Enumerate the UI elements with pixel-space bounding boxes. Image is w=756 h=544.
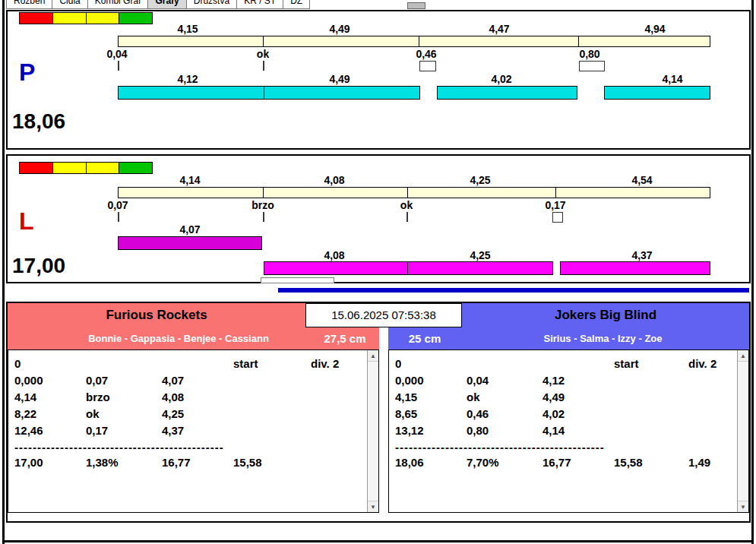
lane-p-panel: P 4,15 4,49 4,47 4,94 0,04 ok 0,46 0,80 …: [6, 10, 751, 150]
start-light-green: [119, 163, 152, 173]
tab-bar: Rozběh Čidla Kombi Graf Grafy Družstva K…: [6, 0, 462, 9]
lane-p-ideal-split-1: 4,15: [161, 24, 214, 35]
col-zero-header: 0: [395, 356, 401, 372]
pass-tick: [118, 61, 119, 71]
table-cell: 0,17: [86, 423, 108, 438]
total-ref: 15,58: [614, 455, 643, 470]
table-scrollbar[interactable]: ▲ ▼: [737, 350, 748, 512]
table-cell: 4,14: [14, 390, 36, 405]
col-div-header: div. 2: [311, 356, 339, 372]
scroll-down-icon[interactable]: ▼: [738, 501, 748, 512]
bar-divider: [407, 262, 408, 274]
pass-tick: [263, 212, 264, 222]
lane-l-pass-4: 0,17: [529, 200, 582, 211]
pass-gap-box: [419, 61, 436, 71]
table-cell: 4,08: [162, 390, 184, 405]
window-border-right: [751, 0, 754, 544]
lane-p-pass-4: 0,80: [563, 49, 616, 60]
table-cell: 4,02: [542, 406, 565, 422]
start-light-red: [20, 163, 53, 173]
lane-p-run-bar-4: [604, 86, 710, 100]
pass-gap-box: [579, 61, 605, 71]
teams-panel: Furious Rockets 15.06.2025 07:53:38 Joke…: [6, 302, 751, 523]
window-border-bottom: [2, 540, 754, 542]
col-start-header: start: [233, 356, 258, 372]
lane-p-ideal-split-2: 4,49: [313, 24, 366, 35]
lane-l-ideal-split-4: 4,54: [615, 175, 669, 186]
track-divider: [407, 187, 408, 198]
lane-p-run-split-1: 4,12: [161, 74, 214, 85]
table-cell: 13,12: [395, 423, 424, 438]
timestamp-box: 15.06.2025 07:53:38: [305, 303, 462, 327]
pass-tick: [118, 212, 119, 222]
table-cell: 4,25: [162, 406, 184, 422]
tab-druzstva[interactable]: Družstva: [187, 0, 237, 9]
table-cell: 0,80: [467, 423, 489, 438]
track-divider: [419, 36, 419, 47]
tab-kr-st[interactable]: KR / ST: [237, 0, 283, 9]
tab-cidla[interactable]: Čidla: [52, 0, 87, 9]
table-cell: 4,49: [542, 390, 565, 405]
lane-l-pass-3: ok: [380, 200, 433, 211]
table-cell: 0,46: [467, 406, 489, 422]
lane-p-run-split-3: 4,02: [475, 74, 528, 85]
table-divider: ----------------------------------------…: [14, 440, 224, 455]
lane-p-pass-2: ok: [236, 49, 289, 60]
track-divider: [263, 187, 264, 198]
team-right-jump-height: 25 cm: [394, 327, 455, 349]
table-cell: brzo: [86, 390, 110, 405]
table-cell: 8,22: [14, 406, 36, 422]
scroll-up-icon[interactable]: ▲: [738, 350, 748, 362]
start-light-yellow-1: [53, 163, 87, 173]
lane-l-run-split-2: 4,08: [308, 250, 361, 261]
team-right-name: Jokers Big Blind: [462, 303, 749, 327]
lane-p-run-split-4: 4,14: [646, 74, 699, 85]
toolbar-mini-button[interactable]: [407, 2, 425, 9]
lane-p-pass-1: 0,04: [90, 49, 144, 60]
total-time: 18,06: [395, 455, 424, 470]
lane-l-ideal-split-1: 4,14: [163, 175, 217, 186]
lane-p-letter: P: [19, 60, 35, 84]
table-cell: 12,46: [14, 423, 43, 438]
tab-kombi-graf[interactable]: Kombi Graf: [88, 0, 149, 9]
track-divider: [263, 36, 264, 47]
window-border-left: [2, 0, 5, 544]
col-start-header: start: [614, 356, 639, 372]
lane-l-run-bar-2-3: [264, 261, 553, 275]
pass-gap-box: [552, 212, 563, 223]
total-ref: 15,58: [233, 455, 262, 470]
table-cell: 8,65: [395, 406, 417, 422]
lane-l-ideal-track: [118, 187, 710, 198]
table-cell: ok: [467, 390, 480, 405]
lane-l-run-bar-1: [118, 236, 262, 250]
total-net: 16,77: [542, 455, 571, 470]
lane-p-ideal-split-4: 4,94: [628, 24, 682, 35]
tab-row: Rozběh Čidla Kombi Graf Grafy Družstva K…: [6, 0, 462, 9]
track-divider: [555, 187, 556, 198]
lane-l-ideal-split-2: 4,08: [308, 175, 361, 186]
start-light-yellow-2: [87, 163, 120, 173]
table-cell: 0,04: [467, 373, 489, 388]
scroll-up-icon[interactable]: ▲: [368, 350, 378, 362]
lane-l-pass-1: 0,07: [91, 200, 144, 211]
table-cell: 0,000: [395, 373, 424, 388]
bar-divider: [264, 87, 264, 99]
total-net: 16,77: [162, 455, 191, 470]
pass-tick: [406, 212, 408, 222]
total-diff: 1,49: [688, 455, 710, 470]
table-cell: 4,07: [162, 373, 184, 388]
table-cell: 4,15: [395, 390, 417, 405]
start-light-green: [119, 13, 152, 24]
table-scrollbar[interactable]: ▲ ▼: [367, 350, 378, 512]
table-cell: ok: [86, 406, 100, 422]
scroll-down-icon[interactable]: ▼: [368, 501, 378, 512]
lane-p-pass-3: 0,46: [400, 49, 453, 60]
team-right-results-table: 0 start div. 2 0,000 0,04 4,12 4,15 ok 4…: [388, 349, 749, 513]
tab-dz[interactable]: DZ: [283, 0, 310, 9]
tab-rozbeh[interactable]: Rozběh: [6, 0, 52, 9]
lane-l-run-split-3: 4,25: [454, 250, 507, 261]
tab-grafy[interactable]: Grafy: [148, 0, 186, 9]
total-percent: 7,70%: [467, 455, 499, 470]
table-cell: 4,14: [542, 423, 565, 438]
lane-p-ideal-split-3: 4,47: [473, 24, 526, 35]
